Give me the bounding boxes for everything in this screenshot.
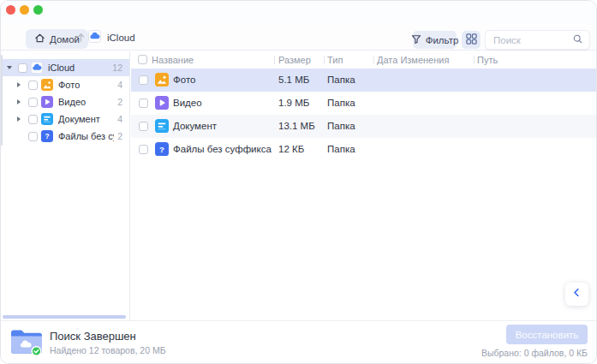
document-icon — [155, 119, 169, 133]
checkbox[interactable] — [139, 75, 148, 85]
sidebar-item-unknown[interactable]: ?Файлы без суффи...2 — [1, 128, 129, 145]
cell-type: Папка — [327, 144, 355, 154]
arrow-up-icon — [75, 31, 87, 46]
column-divider — [274, 56, 275, 64]
disclosure-triangle-icon[interactable] — [17, 99, 28, 104]
toolbar: Домой iCloud Фильтр — [1, 22, 596, 51]
video-icon — [41, 96, 53, 108]
scan-status-title: Поиск Завершен — [50, 330, 136, 343]
cell-size: 13.1 МБ — [278, 121, 315, 131]
sidebar-item-label: iCloud — [48, 63, 109, 73]
table-row[interactable]: Документ13.1 МБПапка — [131, 115, 596, 138]
sidebar-item-count: 4 — [117, 114, 122, 124]
select-all-checkbox[interactable] — [138, 55, 147, 64]
app-window: Домой iCloud Фильтр — [0, 0, 597, 364]
recover-button[interactable]: Восстановить — [506, 325, 588, 344]
column-header-date-modified[interactable]: Дата Изменения — [377, 55, 449, 65]
column-header-size[interactable]: Размер — [278, 55, 311, 65]
table-row[interactable]: Фото5.1 МБПапка — [131, 69, 596, 92]
status-bar: Поиск Завершен Найдено 12 товаров, 20 МБ… — [1, 320, 596, 363]
sidebar-item-label: Документ — [58, 114, 114, 124]
sidebar-item-count: 12 — [112, 63, 122, 73]
minimize-button[interactable] — [20, 5, 29, 15]
sidebar: iCloud12Фото4Видео2Документ4?Файлы без с… — [1, 51, 130, 322]
funnel-icon — [411, 34, 421, 46]
table-body: Фото5.1 МБПапкаВидео1.9 МБПапкаДокумент1… — [131, 69, 596, 161]
sidebar-item-count: 4 — [117, 80, 122, 90]
titlebar — [1, 1, 596, 22]
column-header-type[interactable]: Тип — [327, 55, 343, 65]
svg-text:?: ? — [159, 145, 164, 154]
column-header-path[interactable]: Путь — [477, 55, 498, 65]
search-input[interactable] — [493, 35, 572, 45]
checkbox[interactable] — [139, 122, 148, 131]
document-icon — [41, 113, 53, 125]
unknown-icon: ? — [41, 130, 53, 142]
sidebar-item-photo[interactable]: Фото4 — [1, 76, 129, 93]
checkbox[interactable] — [28, 81, 38, 90]
sidebar-item-video[interactable]: Видео2 — [1, 93, 129, 110]
checkbox[interactable] — [28, 132, 38, 141]
icloud-icon — [88, 30, 101, 45]
filter-button[interactable]: Фильтр — [413, 31, 457, 49]
column-divider — [474, 56, 475, 64]
breadcrumb-label: iCloud — [107, 33, 135, 43]
disclosure-triangle-icon[interactable] — [17, 82, 28, 87]
grid-view-button[interactable] — [462, 31, 481, 49]
sidebar-item-count: 2 — [117, 97, 122, 107]
search-box — [485, 30, 590, 50]
sidebar-item-document[interactable]: Документ4 — [1, 110, 129, 128]
search-icon — [572, 33, 583, 48]
chevron-left-icon — [570, 286, 583, 302]
cell-type: Папка — [327, 75, 355, 85]
cell-name: Видео — [173, 98, 202, 108]
sidebar-horizontal-scrollbar[interactable] — [3, 315, 126, 319]
navigate-up-button[interactable] — [74, 32, 87, 45]
cell-size: 5.1 МБ — [278, 75, 309, 85]
table-header: Название Размер Тип Дата Изменения Путь — [131, 51, 596, 69]
table-row[interactable]: Видео1.9 МБПапка — [131, 92, 596, 115]
table-row[interactable]: ?Файлы без суффикса12 КБПапка — [131, 138, 596, 161]
sidebar-item-label: Фото — [58, 80, 114, 90]
cell-size: 12 КБ — [278, 144, 304, 154]
filter-button-label: Фильтр — [426, 35, 459, 45]
sidebar-item-label: Видео — [58, 97, 114, 107]
photo-icon — [155, 73, 169, 87]
sidebar-tree: iCloud12Фото4Видео2Документ4?Файлы без с… — [1, 59, 129, 145]
sidebar-item-count: 2 — [117, 131, 122, 141]
cell-size: 1.9 МБ — [278, 98, 309, 108]
cell-name: Фото — [173, 75, 195, 85]
photo-icon — [41, 79, 53, 91]
checkbox[interactable] — [28, 98, 38, 107]
collapse-panel-button[interactable] — [565, 283, 588, 306]
grid-icon — [466, 33, 477, 48]
scan-status-summary: Найдено 12 товаров, 20 МБ — [50, 345, 166, 355]
disclosure-triangle-icon[interactable] — [7, 66, 18, 69]
sidebar-item-icloud[interactable]: iCloud12 — [1, 59, 129, 76]
column-divider — [324, 56, 325, 64]
checkbox[interactable] — [28, 115, 38, 124]
disclosure-triangle-icon[interactable] — [17, 116, 28, 122]
unknown-icon: ? — [155, 142, 169, 156]
breadcrumb[interactable]: iCloud — [88, 30, 135, 45]
cell-type: Папка — [327, 98, 355, 108]
scan-complete-folder-icon — [9, 327, 44, 357]
sidebar-vertical-scrollbar[interactable] — [1, 55, 3, 146]
checkbox[interactable] — [139, 145, 148, 154]
close-button[interactable] — [6, 5, 15, 15]
column-divider — [373, 56, 374, 64]
svg-text:?: ? — [45, 132, 49, 140]
cell-type: Папка — [327, 121, 355, 131]
checkbox[interactable] — [139, 98, 148, 108]
icloud-icon — [31, 62, 43, 74]
selection-summary: Выбрано: 0 файлов, 0 КБ — [481, 348, 588, 358]
cell-name: Файлы без суффикса — [173, 144, 272, 154]
video-icon — [155, 96, 169, 110]
sidebar-item-label: Файлы без суффи... — [58, 131, 114, 141]
home-icon — [34, 33, 45, 45]
file-table: Название Размер Тип Дата Изменения Путь … — [131, 51, 596, 322]
checkbox[interactable] — [18, 63, 27, 73]
cell-name: Документ — [173, 121, 217, 131]
zoom-button[interactable] — [33, 5, 43, 15]
column-header-name[interactable]: Название — [152, 55, 194, 65]
